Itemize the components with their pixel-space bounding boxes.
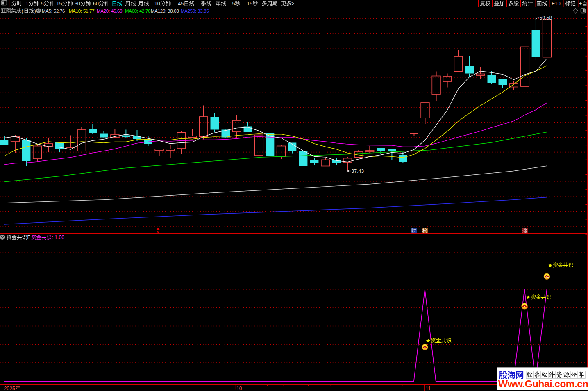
svg-text:MA60: 42.70: MA60: 42.70	[125, 9, 150, 14]
svg-text:F: F	[27, 235, 30, 240]
svg-text:MA250: 33.85: MA250: 33.85	[181, 9, 209, 14]
svg-text:10: 10	[154, 1, 160, 7]
svg-text:5: 5	[41, 1, 44, 7]
svg-text:Www.Guhai.com.cn: Www.Guhai.com.cn	[498, 378, 588, 389]
svg-text:5: 5	[232, 1, 235, 7]
svg-text:+: +	[579, 1, 582, 7]
svg-text:2025: 2025	[4, 386, 16, 391]
svg-text:F10: F10	[552, 1, 561, 7]
svg-text:30: 30	[75, 1, 80, 7]
svg-text:37.43: 37.43	[352, 168, 364, 174]
svg-text:MA120: 38.08: MA120: 38.08	[151, 9, 179, 14]
svg-text:11: 11	[426, 386, 431, 391]
svg-text:45: 45	[178, 1, 184, 7]
svg-text:): )	[34, 8, 36, 14]
svg-text:15: 15	[57, 1, 62, 7]
svg-text:: 1.00: : 1.00	[52, 235, 65, 240]
svg-text:15: 15	[247, 1, 252, 7]
svg-text:MA5: 52.76: MA5: 52.76	[42, 9, 65, 14]
svg-text:MA20: 46.69: MA20: 46.69	[97, 9, 122, 14]
svg-text:60: 60	[93, 1, 99, 7]
svg-text:>: >	[291, 1, 294, 7]
svg-text:MA10: 51.77: MA10: 51.77	[69, 9, 94, 14]
svg-text:59.58: 59.58	[540, 15, 552, 21]
svg-text:10: 10	[236, 386, 242, 391]
svg-text:1: 1	[25, 1, 28, 7]
